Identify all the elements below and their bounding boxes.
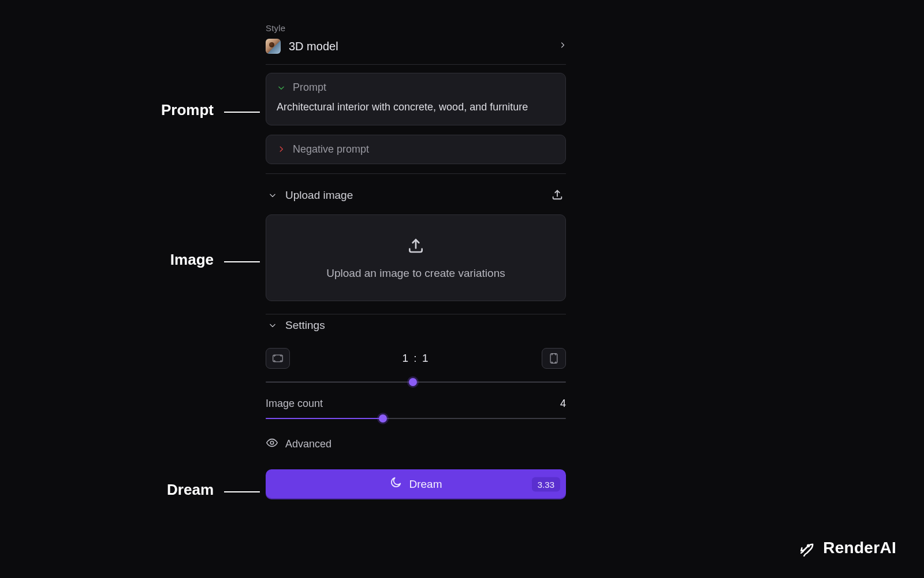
brand-name: RenderAI [823,539,896,557]
upload-section-title: Upload image [285,189,353,202]
settings-section-title: Settings [285,319,325,332]
annotation-dream: Dream [144,481,214,499]
chevron-right-icon [559,39,566,53]
annotation-prompt-line [224,112,260,113]
dream-button-label: Dream [409,478,442,491]
image-count-slider[interactable] [266,413,566,424]
divider [266,173,566,174]
settings-section-header[interactable]: Settings [266,319,566,338]
slider-thumb[interactable] [379,414,387,423]
dream-button[interactable]: Dream 3.33 [266,469,566,499]
annotation-dream-line [224,491,260,492]
generation-panel: Style 3D model Prompt Architectural inte… [266,23,566,499]
slider-thumb[interactable] [409,378,417,386]
brand-logo: RenderAI [798,539,896,557]
upload-icon [407,236,425,257]
annotation-prompt: Prompt [144,101,214,119]
upload-dropzone-text: Upload an image to create variations [326,267,505,280]
upload-section-header[interactable]: Upload image [266,182,566,209]
chevron-right-icon [277,144,286,154]
chevron-down-icon [268,321,277,330]
chevron-down-icon [277,83,286,92]
aspect-ratio-value: 1 : 1 [403,352,430,365]
prompt-card[interactable]: Prompt Architectural interior with concr… [266,73,566,125]
svg-point-4 [270,441,274,444]
svg-rect-3 [550,354,557,364]
upload-dropzone[interactable]: Upload an image to create variations [266,214,566,301]
dream-cost-badge: 3.33 [532,477,560,491]
advanced-toggle[interactable]: Advanced [266,436,566,452]
annotation-image-line [224,261,260,262]
style-preset-icon [266,39,281,54]
advanced-label: Advanced [285,438,331,450]
image-count-value: 4 [560,398,566,410]
style-selected-name: 3D model [289,40,338,53]
moon-icon [389,476,402,492]
aspect-wide-button[interactable] [266,348,290,369]
negative-prompt-title: Negative prompt [293,143,369,155]
style-selector[interactable]: 3D model [266,39,566,54]
aspect-ratio-slider[interactable] [266,377,566,387]
upload-icon[interactable] [551,188,564,203]
image-count-label: Image count [266,398,323,410]
rocket-icon [798,539,815,557]
prompt-text[interactable]: Architectural interior with concrete, wo… [277,99,555,116]
svg-point-5 [807,545,809,547]
annotation-image: Image [144,251,214,269]
divider [266,314,566,314]
slider-fill [266,418,383,419]
negative-prompt-card[interactable]: Negative prompt [266,135,566,164]
aspect-tall-button[interactable] [542,348,566,369]
divider [266,64,566,65]
style-section-label: Style [266,23,566,33]
eye-icon [266,436,278,452]
chevron-down-icon [268,191,277,200]
prompt-title: Prompt [293,81,326,94]
